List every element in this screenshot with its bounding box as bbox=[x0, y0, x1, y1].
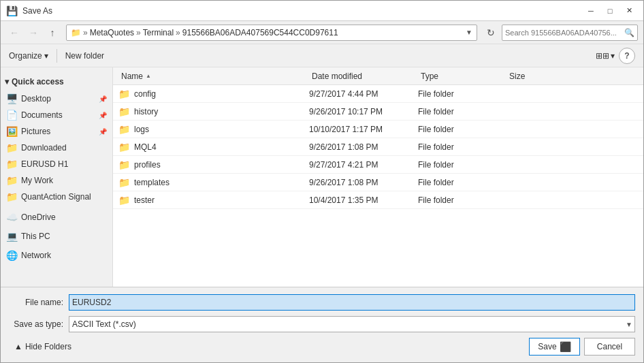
folder-icon: 📁 bbox=[118, 89, 130, 99]
breadcrumb-metaquotes: MetaQuotes bbox=[90, 28, 134, 37]
column-type[interactable]: Type bbox=[415, 72, 504, 81]
refresh-button[interactable]: ↻ bbox=[483, 25, 499, 41]
hide-folders-button[interactable]: ▲ Hide Folders bbox=[9, 339, 77, 354]
file-name-label: history bbox=[134, 107, 158, 116]
file-list-header: Name ▲ Date modified Type Size bbox=[113, 67, 643, 85]
sidebar-item-thispc[interactable]: 💻 This PC bbox=[1, 228, 112, 244]
new-folder-label: New folder bbox=[65, 51, 104, 61]
table-row[interactable]: 📁 tester 10/4/2017 1:35 PM File folder bbox=[113, 191, 643, 209]
minimize-button[interactable]: ─ bbox=[582, 4, 600, 18]
file-name-cell: 📁 tester bbox=[113, 195, 304, 206]
file-type-cell: File folder bbox=[413, 160, 501, 170]
title-bar: 💾 Save As ─ □ ✕ bbox=[1, 1, 643, 21]
sidebar-item-quantaction[interactable]: 📁 QuantAction Signal bbox=[1, 189, 112, 205]
eurusd-icon: 📁 bbox=[6, 159, 17, 170]
file-name-cell: 📁 config bbox=[113, 89, 304, 99]
breadcrumb-terminal: Terminal bbox=[143, 28, 174, 37]
close-button[interactable]: ✕ bbox=[620, 4, 638, 18]
forward-button[interactable]: → bbox=[25, 25, 42, 41]
save-as-dialog: 💾 Save As ─ □ ✕ ← → ↑ 📁 » MetaQuotes » T… bbox=[0, 0, 644, 363]
sidebar-item-thispc-label: This PC bbox=[21, 232, 107, 241]
search-icon: 🔍 bbox=[624, 28, 634, 37]
desktop-icon: 🖥️ bbox=[6, 93, 17, 104]
quantaction-icon: 📁 bbox=[6, 191, 17, 202]
view-button[interactable]: ⊞⊞ ▾ bbox=[593, 48, 617, 64]
quick-access-label: Quick access bbox=[12, 77, 64, 86]
file-date-cell: 10/10/2017 1:17 PM bbox=[304, 125, 413, 134]
savetype-select-wrapper: ASCII Text (*.csv) ▼ bbox=[69, 316, 635, 332]
onedrive-icon: ☁️ bbox=[6, 212, 17, 223]
pin-icon-desktop: 📌 bbox=[99, 95, 107, 103]
file-name-cell: 📁 templates bbox=[113, 177, 304, 188]
downloaded-icon: 📁 bbox=[6, 142, 17, 153]
table-row[interactable]: 📁 MQL4 9/26/2017 1:08 PM File folder bbox=[113, 138, 643, 156]
sidebar-item-downloaded[interactable]: 📁 Downloaded bbox=[1, 140, 112, 156]
file-name-label: config bbox=[134, 89, 156, 99]
mywork-icon: 📁 bbox=[6, 175, 17, 186]
savetype-select[interactable]: ASCII Text (*.csv) bbox=[69, 316, 635, 332]
file-name-cell: 📁 profiles bbox=[113, 159, 304, 170]
search-bar[interactable]: 🔍 bbox=[502, 25, 638, 41]
file-name-label: logs bbox=[134, 125, 149, 134]
sidebar-item-network-label: Network bbox=[21, 251, 107, 260]
sidebar-item-network[interactable]: 🌐 Network bbox=[1, 247, 112, 264]
breadcrumb-roaming: 📁 bbox=[71, 28, 81, 37]
pin-icon-documents: 📌 bbox=[99, 112, 107, 119]
bottom-actions: ▲ Hide Folders Save ⬛ Cancel bbox=[9, 338, 635, 356]
breadcrumb-sep-2: » bbox=[136, 28, 141, 37]
save-button[interactable]: Save ⬛ bbox=[529, 338, 580, 356]
sidebar: ▾ Quick access 🖥️ Desktop 📌 📄 Documents … bbox=[1, 67, 113, 287]
title-bar-controls: ─ □ ✕ bbox=[582, 4, 638, 18]
folder-icon: 📁 bbox=[118, 142, 130, 153]
hide-folders-label: Hide Folders bbox=[25, 342, 71, 351]
file-name-label: templates bbox=[134, 178, 170, 187]
hide-folders-arrow-icon: ▲ bbox=[14, 342, 22, 351]
file-date-cell: 10/4/2017 1:35 PM bbox=[304, 195, 413, 205]
file-type-cell: File folder bbox=[413, 142, 501, 152]
organize-button[interactable]: Organize ▾ bbox=[6, 48, 51, 64]
address-bar-arrow: ▼ bbox=[466, 29, 472, 36]
cancel-button[interactable]: Cancel bbox=[584, 338, 635, 356]
table-row[interactable]: 📁 logs 10/10/2017 1:17 PM File folder bbox=[113, 121, 643, 138]
dialog-title: Save As bbox=[22, 6, 52, 16]
back-button[interactable]: ← bbox=[6, 25, 22, 41]
quick-access-header[interactable]: ▾ Quick access bbox=[1, 73, 112, 91]
sidebar-item-eurusd[interactable]: 📁 EURUSD H1 bbox=[1, 156, 112, 172]
view-icon: ⊞⊞ bbox=[596, 51, 609, 61]
table-row[interactable]: 📁 templates 9/26/2017 1:08 PM File folde… bbox=[113, 174, 643, 191]
filename-input[interactable] bbox=[69, 294, 635, 311]
address-bar[interactable]: 📁 » MetaQuotes » Terminal » 915566BA06AD… bbox=[66, 25, 477, 41]
sidebar-item-mywork-label: My Work bbox=[21, 176, 107, 185]
new-folder-button[interactable]: New folder bbox=[63, 48, 107, 64]
save-button-label: Save bbox=[538, 342, 556, 351]
search-input[interactable] bbox=[505, 29, 624, 37]
sidebar-item-desktop[interactable]: 🖥️ Desktop 📌 bbox=[1, 91, 112, 107]
sidebar-item-eurusd-label: EURUSD H1 bbox=[21, 159, 107, 169]
folder-icon: 📁 bbox=[118, 195, 130, 206]
sidebar-item-quantaction-label: QuantAction Signal bbox=[21, 192, 107, 202]
sidebar-item-mywork[interactable]: 📁 My Work bbox=[1, 172, 112, 189]
folder-icon: 📁 bbox=[118, 177, 130, 188]
table-row[interactable]: 📁 config 9/27/2017 4:44 PM File folder bbox=[113, 85, 643, 103]
up-button[interactable]: ↑ bbox=[44, 25, 61, 41]
file-name-label: profiles bbox=[134, 160, 161, 170]
folder-icon: 📁 bbox=[118, 106, 130, 117]
help-button[interactable]: ? bbox=[619, 48, 635, 64]
content-area: ▾ Quick access 🖥️ Desktop 📌 📄 Documents … bbox=[1, 67, 643, 287]
thispc-icon: 💻 bbox=[6, 231, 17, 242]
column-date[interactable]: Date modified bbox=[306, 72, 415, 81]
table-row[interactable]: 📁 history 9/26/2017 10:17 PM File folder bbox=[113, 103, 643, 121]
pin-icon-pictures: 📌 bbox=[99, 128, 107, 136]
maximize-button[interactable]: □ bbox=[601, 4, 619, 18]
column-size[interactable]: Size bbox=[504, 72, 558, 81]
sidebar-item-onedrive[interactable]: ☁️ OneDrive bbox=[1, 209, 112, 225]
save-cursor-icon: ⬛ bbox=[560, 341, 571, 352]
file-date-cell: 9/27/2017 4:44 PM bbox=[304, 89, 413, 99]
sidebar-item-documents[interactable]: 📄 Documents 📌 bbox=[1, 107, 112, 123]
table-row[interactable]: 📁 profiles 9/27/2017 4:21 PM File folder bbox=[113, 156, 643, 174]
sidebar-item-pictures[interactable]: 🖼️ Pictures 📌 bbox=[1, 123, 112, 140]
title-bar-left: 💾 Save As bbox=[6, 5, 52, 16]
column-name[interactable]: Name ▲ bbox=[116, 72, 306, 81]
file-name-cell: 📁 MQL4 bbox=[113, 142, 304, 153]
file-rows-container: 📁 config 9/27/2017 4:44 PM File folder 📁… bbox=[113, 85, 643, 209]
